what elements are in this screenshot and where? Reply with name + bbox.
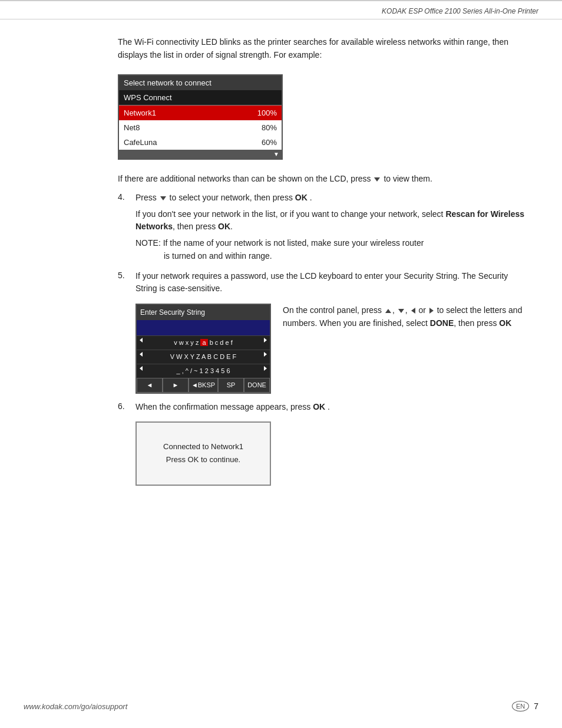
step-4-press: Press — [135, 193, 159, 202]
step-4-ok2: OK — [218, 222, 230, 231]
sec-btn-left: ◄ — [137, 378, 163, 393]
panel-left-arrow — [411, 308, 415, 314]
footer-right: EN 7 — [512, 701, 538, 711]
net8-signal: 80% — [262, 123, 277, 132]
sec-input-field — [137, 320, 270, 335]
sec-chars-2: V W X Y Z A B C D E F — [170, 352, 237, 362]
panel-down-arrow — [398, 309, 404, 313]
security-section: Enter Security String v w x y z a b c d … — [135, 304, 527, 394]
step-4-arrow-icon — [160, 196, 166, 200]
panel-up-arrow — [385, 309, 391, 313]
step-5: 5. If your network requires a password, … — [118, 270, 527, 394]
network1-signal: 100% — [257, 108, 277, 117]
intro-paragraph: The Wi-Fi connectivity LED blinks as the… — [118, 36, 527, 61]
lcd-scroll-indicator: ▼ — [119, 150, 282, 159]
down-arrow-icon — [374, 177, 380, 182]
sec-row-2: V W X Y Z A B C D E F — [137, 350, 270, 364]
top-rule — [0, 0, 562, 1]
step-4-note: NOTE: If the name of your network is not… — [135, 237, 527, 262]
lcd-network1-row: Network1 100% — [119, 106, 282, 120]
step-4-ok: OK — [295, 193, 308, 202]
step-6-ok: OK — [313, 402, 325, 411]
network1-name: Network1 — [124, 108, 156, 117]
sec-btn-bksp: ◄BKSP — [189, 378, 218, 393]
step-4-text: to select your network, then press — [170, 193, 295, 202]
sec-left-arrow-3 — [140, 366, 143, 371]
network-list-lcd: Select network to connect WPS Connect Ne… — [118, 74, 283, 160]
step-4-number: 4. — [118, 192, 135, 202]
step-4: 4. Press to select your network, then pr… — [118, 192, 527, 262]
sec-bottom-row: ◄ ► ◄BKSP SP DONE — [137, 378, 270, 393]
scroll-down-arrow: ▼ — [273, 151, 279, 157]
sec-right-arrow-1 — [264, 338, 267, 342]
sec-row-3: _ , ^ / ~ 1 2 3 4 5 6 — [137, 364, 270, 378]
connected-lcd: Connected to Network1 Press OK to contin… — [135, 421, 271, 485]
lcd-wps-row: WPS Connect — [119, 90, 282, 106]
connected-line2: Press OK to continue. — [148, 453, 258, 466]
connected-line1: Connected to Network1 — [148, 440, 258, 453]
step-6: 6. When the confirmation message appears… — [118, 401, 527, 486]
sec-chars-3: _ , ^ / ~ 1 2 3 4 5 6 — [176, 366, 230, 376]
step-4-note-indent: is turned on and within range. — [164, 251, 272, 261]
lcd-title: Select network to connect — [119, 75, 282, 90]
step-6-number: 6. — [118, 401, 135, 411]
wps-label: WPS Connect — [124, 93, 172, 102]
footer-url: www.kodak.com/go/aiosupport — [24, 702, 127, 711]
sec-lcd-title: Enter Security String — [137, 305, 270, 321]
sec-btn-sp: SP — [218, 378, 244, 393]
sec-row-1: v w x y z a b c d e f — [137, 335, 270, 350]
cafeluna-signal: 60% — [262, 138, 277, 147]
language-badge: EN — [512, 701, 529, 711]
sec-left-arrow-1 — [140, 338, 143, 342]
step-5-body: If your network requires a password, use… — [135, 270, 527, 394]
net8-name: Net8 — [124, 123, 140, 132]
sec-description: On the control panel, press , , or to se… — [283, 304, 527, 330]
done-label: DONE — [430, 318, 454, 328]
step-4-body: Press to select your network, then press… — [135, 192, 527, 262]
lcd-net8-row: Net8 80% — [119, 120, 282, 135]
rescan-label: Rescan for Wireless Networks — [135, 209, 524, 232]
page-number: 7 — [534, 701, 538, 711]
page-header: KODAK ESP Office 2100 Series All-in-One … — [0, 4, 562, 19]
sec-highlight-a: a — [200, 339, 207, 346]
step-6-text: When the confirmation message appears, p… — [135, 402, 313, 411]
sec-left-arrow-2 — [140, 352, 143, 357]
step-6-body: When the confirmation message appears, p… — [135, 401, 527, 486]
sec-btn-right: ► — [163, 378, 189, 393]
lcd-cafeluna-row: CafeLuna 60% — [119, 135, 282, 150]
cafeluna-name: CafeLuna — [124, 138, 157, 147]
sec-chars-1: v w x y z a b c d e f — [174, 338, 233, 348]
sec-right-arrow-3 — [264, 366, 267, 371]
step-4-sub1: If you don't see your network in the lis… — [135, 208, 527, 233]
document-title: KODAK ESP Office 2100 Series All-in-One … — [382, 7, 538, 15]
security-lcd: Enter Security String v w x y z a b c d … — [135, 304, 271, 394]
sec-ok-label: OK — [499, 318, 511, 328]
step-5-text: If your network requires a password, use… — [135, 271, 508, 294]
sec-right-arrow-2 — [264, 352, 267, 357]
page-footer: www.kodak.com/go/aiosupport EN 7 — [0, 701, 562, 711]
additional-networks-para: If there are additional networks than ca… — [118, 173, 527, 186]
step-5-number: 5. — [118, 270, 135, 280]
panel-right-arrow — [429, 308, 434, 314]
main-content: The Wi-Fi connectivity LED blinks as the… — [0, 19, 562, 528]
sec-btn-done: DONE — [244, 378, 270, 393]
